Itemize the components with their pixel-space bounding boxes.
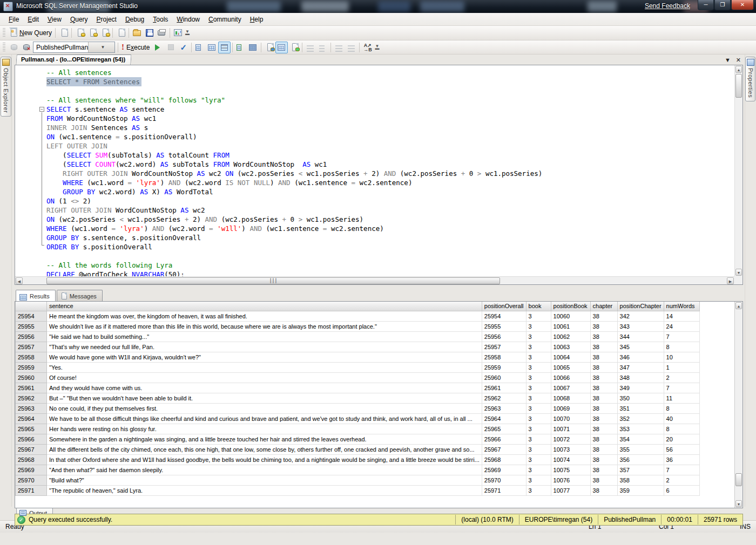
cell-book[interactable]: 3 <box>526 393 551 403</box>
sql-editor[interactable]: − -- All sentencesSELECT * FROM Sentence… <box>15 65 743 285</box>
cell-positionOverall[interactable]: 25966 <box>482 434 526 444</box>
column-header-chapter[interactable]: chapter <box>590 302 617 311</box>
cell-chapter[interactable]: 38 <box>590 321 617 331</box>
column-header-numWords[interactable]: numWords <box>664 302 699 311</box>
decrease-indent-button[interactable] <box>333 42 345 53</box>
column-header-book[interactable]: book <box>526 302 551 311</box>
table-row[interactable]: 25958We would have gone with W1ll and Ki… <box>16 352 700 362</box>
code-line[interactable]: LEFT OUTER JOIN <box>46 141 734 151</box>
query-options-button[interactable] <box>193 42 206 53</box>
table-row[interactable]: 25961And they would have come with us.25… <box>16 383 700 393</box>
scroll-down-icon[interactable]: ▼ <box>735 269 742 276</box>
menu-item-window[interactable]: Window <box>172 14 204 25</box>
cell-positionChapter[interactable]: 343 <box>617 321 664 331</box>
table-row[interactable]: 25959"Yes.25959310065383471 <box>16 362 700 372</box>
cell-chapter[interactable]: 38 <box>590 311 617 321</box>
cell-positionOverall[interactable]: 25963 <box>482 403 526 413</box>
cell-book[interactable]: 3 <box>526 383 551 393</box>
cell-positionBook[interactable]: 10071 <box>551 424 590 434</box>
cell-book[interactable]: 3 <box>526 372 551 383</box>
scroll-right-icon[interactable]: ▶ <box>727 277 734 284</box>
column-header-positionChapter[interactable]: positionChapter <box>617 302 664 311</box>
cell-positionBook[interactable]: 10062 <box>551 331 590 342</box>
cell-chapter[interactable]: 38 <box>590 352 617 362</box>
cell-chapter[interactable]: 38 <box>590 403 617 413</box>
cell-numWords[interactable]: 7 <box>664 465 699 475</box>
column-header-positionBook[interactable]: positionBook <box>551 302 590 311</box>
cell-positionChapter[interactable]: 349 <box>617 383 664 393</box>
cell-chapter[interactable]: 38 <box>590 331 617 342</box>
toolbar-overflow-button[interactable]: ▼▬ <box>184 31 191 35</box>
cell-chapter[interactable]: 38 <box>590 362 617 372</box>
cell-positionOverall[interactable]: 25962 <box>482 393 526 403</box>
estimated-plan-button[interactable] <box>206 42 218 53</box>
connect-button[interactable] <box>7 42 19 53</box>
row-header[interactable]: 25965 <box>16 424 47 434</box>
cell-book[interactable]: 3 <box>526 321 551 331</box>
cell-sentence[interactable]: We shouldn't live as if it mattered more… <box>47 321 482 331</box>
code-line[interactable]: ON (wc1.sentence = s.positionOverall) <box>46 132 734 141</box>
table-row[interactable]: 25965Her hands were resting on his gloss… <box>16 424 700 434</box>
cell-chapter[interactable]: 38 <box>590 434 617 444</box>
open-file-page-button[interactable] <box>114 27 127 39</box>
code-line[interactable]: GROUP BY wc2.word) AS X) AS WordTotal <box>46 187 734 196</box>
menu-item-view[interactable]: View <box>43 14 66 25</box>
execute-button[interactable]: ! Execute <box>120 42 151 53</box>
database-combobox[interactable]: PublishedPullman ▼ <box>33 42 115 53</box>
table-row[interactable]: 25954He meant the kingdom was over, the … <box>16 311 700 321</box>
cell-book[interactable]: 3 <box>526 434 551 444</box>
cell-book[interactable]: 3 <box>526 311 551 321</box>
activity-monitor-button[interactable] <box>172 27 184 39</box>
cell-positionChapter[interactable]: 353 <box>617 424 664 434</box>
cell-numWords[interactable]: 14 <box>664 311 699 321</box>
code-text[interactable]: -- All sentencesSELECT * FROM Sentences-… <box>46 68 734 285</box>
cell-positionOverall[interactable]: 25954 <box>482 311 526 321</box>
cell-numWords[interactable]: 8 <box>664 424 699 434</box>
cell-book[interactable]: 3 <box>526 352 551 362</box>
toolbar-overflow-button[interactable]: ▼▬ <box>374 45 380 50</box>
cell-positionChapter[interactable]: 348 <box>617 372 664 383</box>
cell-positionChapter[interactable]: 352 <box>617 413 664 424</box>
change-connection-button[interactable] <box>19 42 32 53</box>
cell-numWords[interactable]: 7 <box>664 383 699 393</box>
column-header-positionOverall[interactable]: positionOverall <box>482 302 526 311</box>
toolbar-grip[interactable] <box>3 43 5 52</box>
properties-tab[interactable]: Properties <box>745 57 755 101</box>
menu-item-edit[interactable]: Edit <box>23 14 43 25</box>
cell-chapter[interactable]: 38 <box>590 465 617 475</box>
cell-positionChapter[interactable]: 347 <box>617 362 664 372</box>
tab-messages[interactable]: Messages <box>57 290 103 301</box>
cell-numWords[interactable]: 10 <box>664 352 699 362</box>
menu-item-help[interactable]: Help <box>246 14 268 25</box>
cell-positionBook[interactable]: 10067 <box>551 383 590 393</box>
cell-book[interactable]: 3 <box>526 465 551 475</box>
cell-numWords[interactable]: 8 <box>664 342 699 352</box>
code-line[interactable]: -- All sentences where "will" follows "l… <box>46 96 734 105</box>
code-line[interactable]: -- All sentences <box>46 68 734 77</box>
cell-sentence[interactable]: Of course! <box>47 372 482 383</box>
column-header-sentence[interactable]: sentence <box>47 302 482 311</box>
cell-numWords[interactable]: 40 <box>664 413 699 424</box>
cell-sentence[interactable]: "The republic of heaven," said Lyra. <box>47 485 482 495</box>
cell-numWords[interactable]: 36 <box>664 454 699 465</box>
scroll-left-icon[interactable]: ◀ <box>16 277 23 284</box>
table-row[interactable]: 25969"And then what?" said her daemon sl… <box>16 465 700 475</box>
cell-positionOverall[interactable]: 25956 <box>482 331 526 342</box>
table-row[interactable]: 25970"Build what?"25970310076383582 <box>16 475 700 485</box>
row-header[interactable]: 25958 <box>16 352 47 362</box>
stop-button[interactable] <box>165 42 177 53</box>
cell-numWords[interactable]: 8 <box>664 403 699 413</box>
cell-positionChapter[interactable]: 344 <box>617 331 664 342</box>
table-row[interactable]: 25962But –" "But then we wouldn't have b… <box>16 393 700 403</box>
dmx-query-button[interactable] <box>86 27 98 39</box>
cell-positionChapter[interactable]: 346 <box>617 352 664 362</box>
code-line[interactable]: FROM WordCountNoStop AS wc1 <box>46 114 734 123</box>
scroll-up-icon[interactable]: ▲ <box>735 66 742 73</box>
uncomment-button[interactable] <box>316 42 329 53</box>
cell-chapter[interactable]: 38 <box>590 475 617 485</box>
row-header[interactable]: 25954 <box>16 311 47 321</box>
code-line[interactable]: -- All the words following Lyra <box>46 261 734 270</box>
cell-sentence[interactable]: No one could, if they put themselves fir… <box>47 403 482 413</box>
table-row[interactable]: 25967All the different bells of the city… <box>16 444 700 454</box>
cell-chapter[interactable]: 38 <box>590 454 617 465</box>
